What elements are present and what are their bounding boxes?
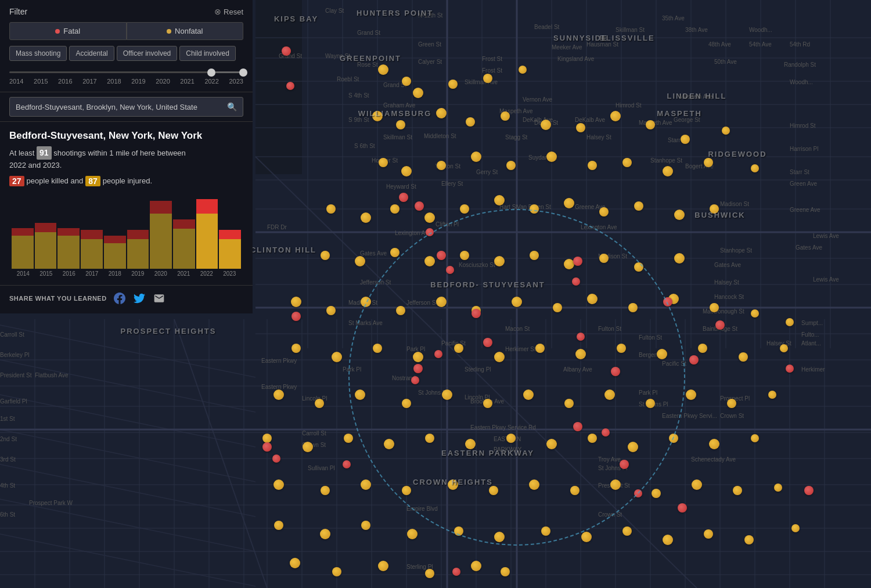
svg-text:Clifton Pl: Clifton Pl	[436, 221, 459, 228]
bar-nonfatal-2014	[12, 236, 34, 269]
bar-nonfatal-2020	[150, 214, 172, 269]
search-icon: 🔍	[227, 102, 237, 111]
svg-text:EASTERN: EASTERN	[494, 436, 521, 442]
stats-description: At least 91 shootings within 1 mile of h…	[9, 146, 243, 171]
officer-involved-btn[interactable]: Officer involved	[117, 46, 177, 61]
type-filter-row: Mass shooting Accidental Officer involve…	[9, 46, 243, 61]
svg-text:Grand St: Grand St	[383, 82, 406, 88]
svg-text:Fulto...: Fulto...	[801, 331, 819, 338]
svg-text:Suydam St: Suydam St	[528, 154, 557, 161]
svg-text:Maspeth Ave: Maspeth Ave	[679, 93, 713, 100]
svg-text:Grand St: Grand St	[357, 30, 380, 36]
neighborhood-title: Bedford-Stuyvesant, New York, New York	[9, 130, 243, 142]
bar-nonfatal-2018	[104, 243, 126, 269]
twitter-icon[interactable]	[132, 291, 146, 305]
mass-shooting-btn[interactable]: Mass shooting	[9, 46, 67, 61]
svg-text:Kingsland Ave: Kingsland Ave	[557, 56, 595, 62]
slider-thumb-left[interactable]	[207, 68, 215, 77]
svg-text:Hausman St: Hausman St	[586, 41, 618, 48]
svg-text:Skillman St: Skillman St	[383, 134, 412, 140]
year-labels: 2014 2015 2016 2017 2018 2019 2020 2021 …	[9, 77, 243, 86]
svg-text:Himrod St: Himrod St	[790, 122, 816, 129]
bar-fatal-2015	[35, 223, 57, 232]
chart-year-labels: 2014 2015 2016 2017 2018 2019 2020 2021 …	[9, 269, 243, 277]
svg-text:N-12th St: N-12th St	[418, 12, 442, 19]
svg-text:3rd St: 3rd St	[0, 456, 16, 463]
svg-text:MacDonough St: MacDonough St	[703, 308, 744, 315]
svg-text:Jefferson St: Jefferson St	[360, 279, 391, 286]
facebook-icon[interactable]	[113, 291, 127, 305]
svg-text:Lexington Ave: Lexington Ave	[395, 230, 431, 236]
bar-nonfatal-2019	[127, 239, 149, 269]
svg-text:S 9th St: S 9th St	[348, 117, 369, 123]
bar-fatal-2021	[173, 219, 195, 229]
toggle-row: Fatal Nonfatal	[9, 22, 243, 40]
slider-thumb-right[interactable]	[239, 68, 247, 77]
svg-text:Lexington Ave: Lexington Ave	[581, 224, 617, 230]
svg-text:Madison St: Madison St	[348, 300, 377, 306]
year-slider-track[interactable]	[9, 71, 243, 73]
svg-text:Skillman Ave: Skillman Ave	[465, 79, 498, 85]
svg-text:Fulton St: Fulton St	[639, 334, 662, 341]
bar-fatal-2018	[104, 236, 126, 243]
bar-nonfatal-2023	[219, 239, 241, 269]
svg-text:Greene Ave: Greene Ave	[575, 204, 606, 210]
fatal-toggle[interactable]: Fatal	[9, 22, 127, 40]
chart-bars-container	[9, 193, 243, 269]
svg-text:Hancock St: Hancock St	[714, 294, 744, 300]
svg-text:Clay St: Clay St	[325, 8, 344, 14]
svg-text:Halsey St: Halsey St	[586, 134, 611, 140]
svg-text:Albany Ave: Albany Ave	[563, 366, 592, 373]
svg-text:Green St: Green St	[418, 41, 441, 48]
svg-text:Lewis Ave: Lewis Ave	[813, 276, 839, 283]
bar-fatal-2023	[219, 230, 241, 239]
svg-text:Herkimer: Herkimer	[801, 366, 825, 373]
filter-panel: Filter ⊗ Reset Fatal Nonfatal Mass shoot…	[0, 0, 253, 313]
search-box[interactable]: Bedford-Stuyvesant, Brooklyn, New York, …	[9, 97, 243, 117]
svg-text:Herkimer St: Herkimer St	[505, 346, 536, 352]
svg-text:Carroll St: Carroll St	[0, 331, 24, 338]
svg-text:50th Ave: 50th Ave	[714, 59, 737, 65]
svg-text:Hooper St: Hooper St	[372, 157, 398, 164]
bar-nonfatal-2017	[81, 239, 103, 269]
email-icon[interactable]	[152, 291, 166, 305]
accidental-btn[interactable]: Accidental	[69, 46, 114, 61]
svg-text:Atlant...: Atlant...	[801, 340, 821, 347]
svg-text:S 6th St: S 6th St	[354, 143, 375, 149]
filter-section: Filter ⊗ Reset Fatal Nonfatal Mass shoot…	[0, 0, 253, 92]
reset-button[interactable]: ⊗ Reset	[214, 7, 243, 16]
svg-text:Starr St: Starr St	[668, 137, 688, 143]
child-involved-btn[interactable]: Child involved	[179, 46, 236, 61]
svg-text:48th Ave: 48th Ave	[708, 41, 731, 48]
svg-text:Hart St: Hart St	[499, 204, 517, 210]
nonfatal-toggle[interactable]: Nonfatal	[127, 22, 244, 40]
bar-fatal-2020	[150, 201, 172, 214]
bar-fatal-2019	[127, 230, 149, 239]
svg-text:Meeker Ave: Meeker Ave	[552, 44, 582, 50]
svg-text:Roebl St: Roebl St	[337, 76, 359, 82]
svg-text:Frost St: Frost St	[482, 67, 502, 74]
svg-text:Brooklyn Ave: Brooklyn Ave	[470, 398, 505, 405]
svg-text:Empire Blvd: Empire Blvd	[406, 506, 438, 512]
svg-text:Greene Ave: Greene Ave	[790, 207, 820, 213]
svg-text:Flatbush Ave: Flatbush Ave	[35, 372, 69, 378]
svg-text:Kosciuszko St: Kosciuszko St	[459, 262, 495, 268]
svg-text:Maspeth Ave: Maspeth Ave	[639, 120, 672, 126]
svg-text:Sullivan Pl: Sullivan Pl	[308, 465, 335, 471]
svg-text:Ellery St: Ellery St	[441, 181, 463, 187]
svg-text:Stanhope St: Stanhope St	[650, 157, 682, 164]
svg-text:38th Ave: 38th Ave	[685, 27, 708, 33]
svg-text:Stanhope St: Stanhope St	[720, 247, 752, 254]
svg-text:Macon St: Macon St	[505, 326, 530, 332]
svg-text:Madison St: Madison St	[598, 253, 627, 259]
bar-fatal-2022	[196, 199, 218, 214]
svg-text:Stagg St: Stagg St	[505, 134, 528, 140]
svg-text:Garfield Pl: Garfield Pl	[0, 398, 27, 405]
svg-text:Eastern Pkwy Service Rd: Eastern Pkwy Service Rd	[470, 424, 536, 431]
share-label: SHARE WHAT YOU LEARNED	[9, 295, 107, 302]
year-slider-row: 2014 2015 2016 2017 2018 2019 2020 2021 …	[9, 66, 243, 87]
svg-text:Frost St: Frost St	[482, 56, 502, 62]
svg-text:Nostrand: Nostrand	[392, 375, 416, 381]
svg-text:Prospect Park W: Prospect Park W	[29, 500, 73, 506]
svg-text:Eastern Pkwy: Eastern Pkwy	[261, 358, 297, 364]
